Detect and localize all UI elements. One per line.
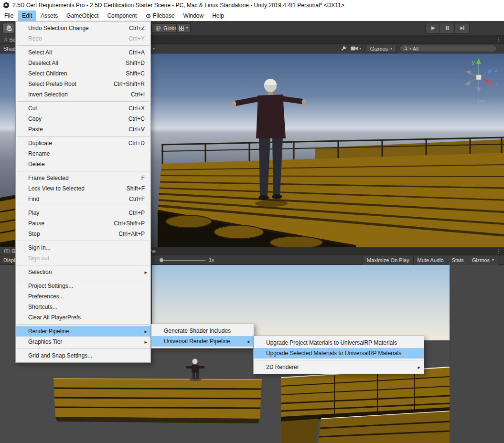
menu-item-graphics-tier[interactable]: Graphics Tier ▸: [16, 337, 150, 347]
menu-item-lock-view-to-selected[interactable]: Lock View to Selected Shift+F: [16, 183, 150, 194]
menu-item-find[interactable]: Find Ctrl+F: [16, 194, 150, 204]
menu-item-frame-selected[interactable]: Frame Selected F: [16, 173, 150, 183]
scene-search-input[interactable]: [413, 46, 493, 52]
menubar-item-window[interactable]: Window: [179, 11, 208, 21]
menu-separator: [17, 136, 150, 137]
submenu-arrow-icon: ▸: [247, 338, 250, 345]
edit-menu: Undo Selection Change Ctrl+Z Redo Ctrl+Y…: [15, 21, 151, 363]
caret-down-icon: ▾: [390, 47, 392, 51]
play-icon: [430, 25, 436, 31]
menu-item-delete[interactable]: Delete: [16, 159, 150, 169]
camera-icon: [351, 46, 358, 51]
pause-icon: [444, 25, 450, 31]
menu-item-play[interactable]: Play Ctrl+P: [16, 208, 150, 218]
menu-item-sign-out[interactable]: Sign out: [16, 253, 150, 264]
menu-item-select-prefab-root[interactable]: Select Prefab Root Ctrl+Shift+R: [16, 79, 150, 89]
window-title: 2.5D Cert Requirements Pro - 2.5D Certif…: [12, 2, 344, 9]
menu-item-invert-selection[interactable]: Invert Selection Ctrl+I: [16, 89, 150, 100]
game-platform-left: [54, 379, 262, 423]
scene-tab-icon: #: [4, 37, 7, 42]
menu-separator: [17, 265, 150, 265]
menubar-item-gameobject[interactable]: GameObject: [62, 11, 103, 21]
caret-down-icon: ▾: [186, 26, 188, 30]
menu-item-upgrade-selected-materials-to-universalrp-materials[interactable]: Upgrade Selected Materials to UniversalR…: [254, 348, 424, 359]
menu-item-clear-all-playerprefs[interactable]: Clear All PlayerPrefs: [16, 312, 150, 323]
menu-item-undo-selection-change[interactable]: Undo Selection Change Ctrl+Z: [16, 23, 150, 33]
menu-item-deselect-all[interactable]: Deselect All Shift+D: [16, 58, 150, 68]
axis-x-label[interactable]: x: [495, 82, 498, 87]
scene-panel-menu-icon[interactable]: ⋮: [496, 36, 502, 43]
submenu-arrow-icon: ▸: [144, 269, 147, 275]
menu-item-project-settings[interactable]: Project Settings...: [16, 281, 150, 291]
menu-separator: [17, 241, 150, 241]
menu-item-select-all[interactable]: Select All Ctrl+A: [16, 47, 150, 58]
menu-item-copy[interactable]: Copy Ctrl+C: [16, 114, 150, 124]
submenu-arrow-icon: ▸: [144, 339, 147, 345]
menubar-item-help[interactable]: Help: [208, 11, 228, 21]
menu-item-redo[interactable]: Redo Ctrl+Y: [16, 33, 150, 44]
menu-item-2d-renderer[interactable]: 2D Renderer ▸: [254, 362, 424, 372]
grid-icon: [179, 25, 184, 31]
axis-gizmo-icon: y z x: [455, 55, 503, 99]
menubar-item-filebase[interactable]: ⚙ Filebase: [141, 11, 179, 21]
menu-separator: [17, 324, 150, 325]
game-toolbar-buttons: Maximize On Play Mute Audio Stats Gizmos…: [363, 255, 498, 265]
game-tab-icon: [4, 249, 10, 253]
menu-item-paste[interactable]: Paste Ctrl+V: [16, 124, 150, 135]
pause-button[interactable]: [440, 23, 455, 33]
menu-item-cut[interactable]: Cut Ctrl+X: [16, 103, 150, 114]
menubar-item-component[interactable]: Component: [103, 11, 141, 21]
stats-button[interactable]: Stats: [448, 255, 468, 265]
menu-item-render-pipeline[interactable]: Render Pipeline ▸: [16, 326, 150, 337]
filebase-gear-icon: ⚙: [145, 13, 151, 19]
scene-gizmos-dropdown[interactable]: Gizmos ▾: [366, 45, 397, 53]
menu-separator: [17, 279, 150, 279]
projection-icon: ≡: [472, 98, 475, 104]
maximize-on-play-button[interactable]: Maximize On Play: [363, 255, 413, 265]
hand-tool-button[interactable]: [2, 23, 14, 33]
menu-item-selection[interactable]: Selection ▸: [16, 267, 150, 277]
platform-deck: [158, 153, 504, 247]
mute-audio-button[interactable]: Mute Audio: [413, 255, 448, 265]
scene-gizmos-label: Gizmos: [370, 46, 388, 52]
menu-item-pause[interactable]: Pause Ctrl+Shift+P: [16, 218, 150, 229]
menu-item-upgrade-project-materials-to-universalrp-materials[interactable]: Upgrade Project Materials to UniversalRP…: [254, 338, 424, 348]
game-gizmos-dropdown[interactable]: Gizmos ▾: [468, 255, 498, 265]
grid-snap-button[interactable]: ▾: [176, 23, 191, 33]
axis-y-label[interactable]: y: [472, 59, 475, 65]
menubar-item-edit[interactable]: Edit: [18, 11, 36, 21]
effects-dropdown-caret[interactable]: ▾: [151, 45, 157, 53]
scene-camera-settings-button[interactable]: ▾: [351, 46, 361, 51]
menu-item-duplicate[interactable]: Duplicate Ctrl+D: [16, 138, 150, 148]
menu-item-rename[interactable]: Rename: [16, 148, 150, 159]
step-button[interactable]: [455, 23, 470, 33]
menubar-item-assets[interactable]: Assets: [36, 11, 62, 21]
scene-tools-button[interactable]: [340, 45, 347, 52]
menu-item-select-children[interactable]: Select Children Shift+C: [16, 68, 150, 79]
scale-slider-handle[interactable]: [160, 258, 163, 262]
game-panel-menu-icon[interactable]: ⋮: [496, 248, 502, 255]
scale-slider[interactable]: [160, 259, 205, 262]
menu-item-grid-and-snap-settings[interactable]: Grid and Snap Settings...: [16, 350, 150, 361]
menu-item-generate-shader-includes[interactable]: Generate Shader Includes: [151, 326, 254, 336]
menubar-item-file[interactable]: File: [0, 11, 18, 21]
play-button[interactable]: [425, 23, 440, 33]
menu-item-universal-render-pipeline[interactable]: Universal Render Pipeline ▸: [151, 336, 254, 347]
menu-item-sign-in[interactable]: Sign in...: [16, 243, 150, 253]
menu-bar: File Edit Assets GameObject Component ⚙ …: [0, 11, 504, 21]
menu-item-shortcuts[interactable]: Shortcuts...: [16, 302, 150, 312]
scale-slider-track: [160, 260, 205, 261]
axis-z-label[interactable]: z: [495, 67, 498, 73]
menu-separator: [255, 360, 423, 360]
caret-down-icon: ▾: [153, 47, 155, 51]
scale-value: 1x: [209, 257, 214, 263]
menu-separator: [17, 171, 150, 171]
caret-down-icon: ▾: [359, 47, 361, 51]
menu-item-preferences[interactable]: Preferences...: [16, 291, 150, 302]
scene-orientation-gizmo[interactable]: y z x: [455, 55, 503, 99]
hand-icon: [5, 24, 12, 32]
menu-item-step[interactable]: Step Ctrl+Alt+P: [16, 229, 150, 239]
projection-mode-label[interactable]: ≡ Iso: [455, 98, 503, 104]
scene-search-field[interactable]: ▾: [399, 45, 497, 52]
window-titlebar: 2.5D Cert Requirements Pro - 2.5D Certif…: [0, 0, 504, 11]
